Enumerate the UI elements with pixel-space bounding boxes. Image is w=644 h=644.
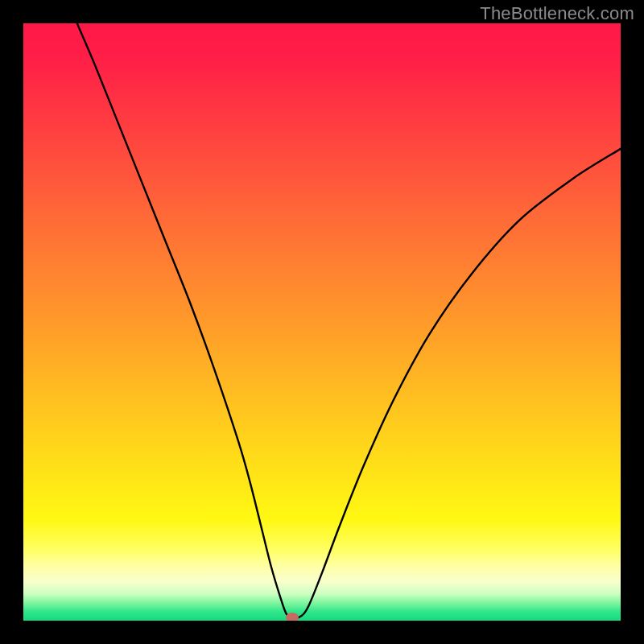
curve-path	[77, 23, 621, 618]
bottleneck-curve	[23, 23, 621, 621]
watermark-text: TheBottleneck.com	[480, 3, 634, 24]
chart-frame: TheBottleneck.com	[0, 0, 644, 644]
optimal-point-marker	[286, 613, 299, 621]
plot-area	[23, 23, 621, 621]
